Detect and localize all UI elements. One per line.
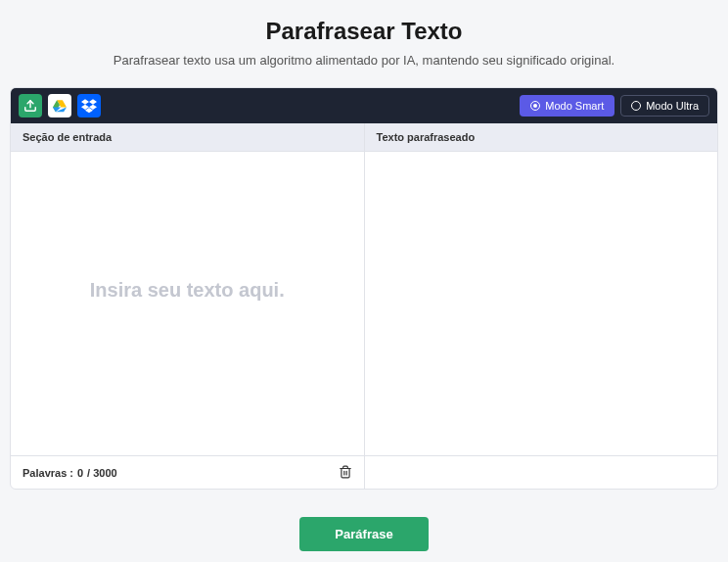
word-count-max: / 3000	[87, 467, 117, 479]
google-drive-icon	[52, 98, 68, 114]
mode-ultra-label: Modo Ultra	[646, 100, 699, 112]
input-textarea[interactable]	[11, 152, 364, 455]
toolbar-right: Modo Smart Modo Ultra	[520, 95, 709, 117]
dropbox-button[interactable]	[77, 94, 101, 117]
output-panel-header: Texto parafraseado	[365, 123, 718, 152]
page-title: Parafrasear Texto	[0, 0, 728, 53]
input-panel-footer: Palavras : 0 / 3000	[11, 455, 364, 489]
mode-smart-label: Modo Smart	[545, 100, 604, 112]
clear-button[interactable]	[339, 465, 352, 481]
panels: Seção de entrada Palavras : 0 / 3000 Tex…	[11, 123, 717, 489]
paraphrase-button[interactable]: Paráfrase	[299, 517, 428, 551]
word-count-label: Palavras :	[23, 467, 73, 479]
output-panel-footer	[365, 455, 718, 489]
word-count: Palavras : 0 / 3000	[23, 467, 117, 479]
upload-button[interactable]	[19, 94, 42, 117]
google-drive-button[interactable]	[48, 94, 71, 117]
upload-icon	[23, 99, 37, 113]
page-subtitle: Parafrasear texto usa um algoritmo alime…	[0, 53, 728, 87]
mode-ultra-button[interactable]: Modo Ultra	[620, 95, 709, 117]
radio-selected-icon	[530, 101, 540, 111]
radio-unselected-icon	[631, 101, 641, 111]
submit-row: Paráfrase	[0, 490, 728, 551]
mode-smart-button[interactable]: Modo Smart	[520, 95, 614, 117]
word-count-current: 0	[77, 467, 83, 479]
main-container: Modo Smart Modo Ultra Seção de entrada P…	[10, 87, 718, 490]
trash-icon	[339, 465, 352, 479]
dropbox-icon	[81, 98, 97, 114]
toolbar: Modo Smart Modo Ultra	[11, 88, 717, 123]
input-panel-body	[11, 152, 364, 455]
output-panel-body	[365, 152, 718, 455]
toolbar-left	[19, 94, 101, 117]
input-panel-header: Seção de entrada	[11, 123, 364, 152]
output-panel: Texto parafraseado	[365, 123, 718, 489]
input-panel: Seção de entrada Palavras : 0 / 3000	[11, 123, 365, 489]
